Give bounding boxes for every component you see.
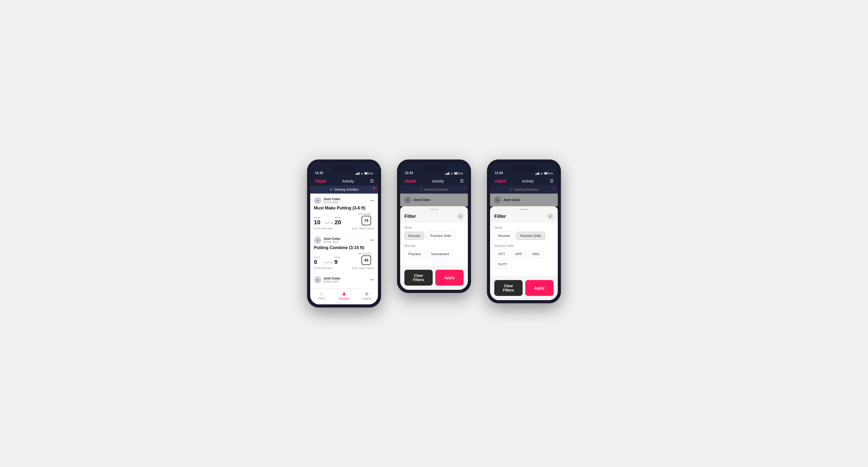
filter-sheet-3: Filter ✕ Show Rounds Practice Drills Pra… <box>490 206 558 300</box>
activity-header-3: JC Josh Coles 28 Feb 2023 ••• <box>314 276 374 283</box>
data-source-2: Data: Clippd Capture <box>352 267 374 270</box>
app-logo-1: clippd <box>314 179 326 184</box>
sq-label-1: Shot Quality <box>358 213 371 215</box>
more-dots-2[interactable]: ••• <box>370 238 374 242</box>
close-button-2[interactable]: ✕ <box>457 213 464 219</box>
chip-putt-3[interactable]: PUTT <box>494 260 511 269</box>
out-of-1: OUT OF <box>324 222 334 224</box>
score-group-1: Score 10 <box>314 216 320 225</box>
sq-badge-1: 75 <box>362 216 371 225</box>
chip-practice-drills-2[interactable]: Practice Drills <box>426 232 455 240</box>
apply-button-2[interactable]: Apply <box>435 270 464 286</box>
chip-ott-3[interactable]: OTT <box>494 250 509 258</box>
home-icon: ⌂ <box>320 291 323 297</box>
dynamic-island-3 <box>512 165 536 172</box>
user-date-2: 28 Feb 2023 <box>323 241 340 244</box>
user-info-1: JC Josh Coles 28 Feb 2023 <box>314 197 340 204</box>
app-title-3: Activity <box>522 179 534 183</box>
activities-icon: ♟ <box>342 291 346 297</box>
activity-list-1: JC Josh Coles 28 Feb 2023 ••• Must Make … <box>310 193 378 288</box>
phones-container: 11:33 ▲ 31 clippd <box>307 159 561 308</box>
battery-num-3: 31 <box>550 172 553 175</box>
filter-footer-2: Clear Filters Apply <box>400 266 468 290</box>
battery-num: 31 <box>371 172 373 175</box>
wifi-icon-3: ▲ <box>540 172 543 175</box>
user-info-3: JC Josh Coles 28 Feb 2023 <box>314 276 340 283</box>
filter-handle-3 <box>519 209 529 210</box>
menu-icon-3[interactable]: ☰ <box>550 179 554 184</box>
avatar-3: JC <box>314 276 321 283</box>
rounds-section-label-2: Rounds <box>404 244 464 248</box>
test-info-2: ℹ Test Information <box>314 267 333 270</box>
chip-practice-2[interactable]: Practice <box>404 250 425 258</box>
status-icons-1: ▲ 31 <box>355 172 373 175</box>
battery-icon-2 <box>454 172 459 175</box>
close-button-3[interactable]: ✕ <box>547 213 554 219</box>
score-value-1: 10 <box>314 219 320 225</box>
show-label-3: Show <box>494 226 554 229</box>
status-time-2: 11:33 <box>405 171 413 175</box>
drills-section-label-3: Practice Drills <box>494 244 554 248</box>
clear-filters-button-3[interactable]: Clear Filters <box>494 280 523 296</box>
apply-button-3[interactable]: Apply <box>525 280 554 296</box>
viewing-bar-3: ⚙ Viewing Activities <box>490 186 558 193</box>
menu-icon-1[interactable]: ☰ <box>370 179 374 184</box>
avatar-2: JC <box>314 237 321 244</box>
activity-header-1: JC Josh Coles 28 Feb 2023 ••• <box>314 197 374 204</box>
clear-filters-button-2[interactable]: Clear Filters <box>404 270 433 286</box>
battery-icon-3 <box>544 172 549 175</box>
shots-group-1: Shots 20 <box>335 216 341 225</box>
filter-body-2: Show Rounds Practice Drills Rounds Pract… <box>400 223 468 266</box>
nav-home-1[interactable]: ⌂ Home <box>310 291 333 300</box>
avatar-1: JC <box>314 197 321 204</box>
chip-arg-3[interactable]: ARG <box>528 250 544 258</box>
app-logo-3: clippd <box>494 179 506 184</box>
user-date-1: 28 Feb 2023 <box>323 201 340 204</box>
show-chips-3: Rounds Practice Drills <box>494 232 554 240</box>
filter-sheet-2: Filter ✕ Show Rounds Practice Drills Rou… <box>400 206 468 290</box>
more-dots-3[interactable]: ••• <box>370 278 374 282</box>
wifi-icon: ▲ <box>361 172 363 175</box>
nav-home-label: Home <box>318 297 325 300</box>
shots-label-1: Shots <box>335 216 341 219</box>
nav-activities-label: Activities <box>339 297 349 300</box>
phone-1: 11:33 ▲ 31 clippd <box>307 159 381 308</box>
filter-header-3: Filter ✕ <box>490 211 558 223</box>
status-time-3: 11:33 <box>495 171 503 175</box>
phone-2: 11:33 ▲ 31 clippd <box>397 159 471 293</box>
activity-item-2: JC Josh Coles 28 Feb 2023 ••• Putting Co… <box>310 233 378 273</box>
filter-icon-3: ⚙ <box>509 188 513 191</box>
chip-rounds-3[interactable]: Rounds <box>494 232 514 240</box>
app-title-2: Activity <box>432 179 444 183</box>
chip-tournament-2[interactable]: Tournament <box>427 250 453 258</box>
nav-activities-1[interactable]: ♟ Activities <box>333 291 355 300</box>
chip-app-3[interactable]: APP <box>511 250 526 258</box>
more-dots-1[interactable]: ••• <box>370 198 374 203</box>
filter-body-3: Show Rounds Practice Drills Practice Dri… <box>490 223 558 276</box>
dynamic-island <box>332 165 356 172</box>
rounds-chips-2: Practice Tournament <box>404 250 464 258</box>
wifi-icon-2: ▲ <box>451 172 453 175</box>
activity-item-1: JC Josh Coles 28 Feb 2023 ••• Must Make … <box>310 193 378 233</box>
user-name-1: Josh Coles <box>323 197 340 201</box>
filter-header-2: Filter ✕ <box>400 211 468 223</box>
chip-practice-drills-3[interactable]: Practice Drills <box>516 232 545 240</box>
activity-footer-2: ℹ Test Information Data: Clippd Capture <box>314 267 374 270</box>
app-logo-2: clippd <box>404 179 416 184</box>
app-title-1: Activity <box>342 179 354 183</box>
filter-title-2: Filter <box>404 214 416 219</box>
menu-icon-2[interactable]: ☰ <box>460 179 464 184</box>
viewing-bar-1[interactable]: ⚙ Viewing Activities <box>310 186 378 193</box>
chip-rounds-2[interactable]: Rounds <box>404 232 424 240</box>
capture-icon: ⊕ <box>365 291 369 297</box>
user-date-3: 28 Feb 2023 <box>323 280 340 283</box>
show-chips-2: Rounds Practice Drills <box>404 232 464 240</box>
filter-icon-2: ⚙ <box>420 188 423 191</box>
phone-3: 11:33 ▲ 31 clippd <box>487 159 561 303</box>
dynamic-island-2 <box>422 165 446 172</box>
activity-header-2: JC Josh Coles 28 Feb 2023 ••• <box>314 237 374 244</box>
nav-capture-1[interactable]: ⊕ Capture <box>355 291 378 300</box>
battery-num-2: 31 <box>460 172 463 175</box>
app-header-1: clippd Activity ☰ <box>310 176 378 186</box>
dim-overlay-2 <box>400 193 468 206</box>
